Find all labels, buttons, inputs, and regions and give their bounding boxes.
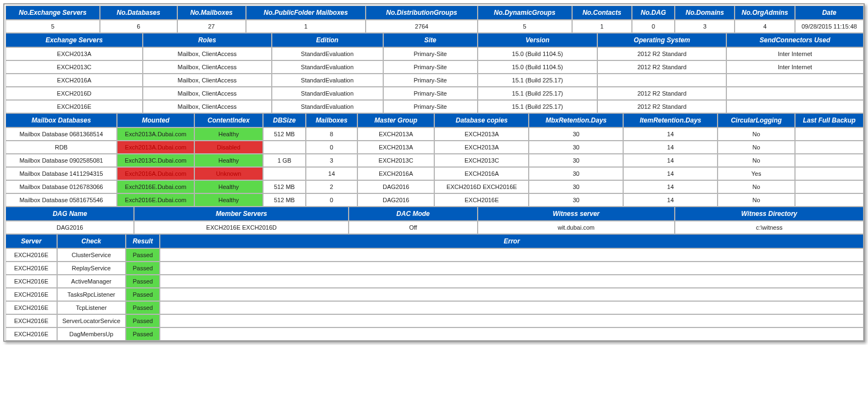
- db-cell-1-9: No: [718, 141, 795, 154]
- db-cell-3-5: EXCH2016A: [357, 167, 435, 180]
- check-error-1: [160, 262, 864, 275]
- check-server-3: EXCH2016E: [5, 288, 57, 301]
- check-row: EXCH2016EActiveManagerPassed: [5, 275, 864, 288]
- db-cell-5-5: DAG2016: [357, 193, 435, 207]
- db-cell-3-8: 14: [623, 167, 718, 180]
- server-cell-3-2: StandardEvaluation: [272, 87, 383, 100]
- check-row: EXCH2016ETcpListenerPassed: [5, 301, 864, 314]
- dag-val-1: EXCH2016E EXCH2016D: [134, 221, 349, 234]
- db-cell-5-8: 14: [623, 193, 718, 207]
- db-cell-3-0: Mailbox Database 1411294315: [5, 167, 117, 180]
- db-col-5: Master Group: [357, 113, 435, 127]
- db-col-10: Last Full Backup: [795, 113, 864, 127]
- db-cell-4-7: 30: [529, 180, 623, 193]
- check-server-1: EXCH2016E: [5, 262, 57, 275]
- check-name-0: ClusterService: [57, 248, 126, 262]
- server-cell-1-1: Mailbox, ClientAccess: [143, 60, 271, 74]
- check-name-3: TasksRpcListener: [57, 288, 126, 301]
- db-cell-4-2: Healthy: [194, 180, 263, 193]
- server-row: EXCH2016DMailbox, ClientAccessStandardEv…: [5, 87, 864, 100]
- db-cell-5-9: No: [718, 193, 795, 207]
- server-cell-3-0: EXCH2016D: [5, 87, 143, 100]
- summary-col-1: No.Databases: [100, 5, 177, 20]
- server-row: EXCH2013CMailbox, ClientAccessStandardEv…: [5, 60, 864, 74]
- server-cell-4-1: Mailbox, ClientAccess: [143, 100, 271, 113]
- servers-col-6: SendConnectors Used: [726, 33, 864, 47]
- summary-col-9: No.OrgAdmins: [735, 5, 794, 20]
- check-result-2: Passed: [126, 275, 160, 288]
- db-cell-4-10: [795, 180, 864, 193]
- db-cell-2-4: 3: [306, 154, 357, 167]
- dag-value-row: DAG2016EXCH2016E EXCH2016DOffwit.dubai.c…: [5, 221, 864, 234]
- db-cell-1-7: 30: [529, 141, 623, 154]
- db-cell-3-3: [263, 167, 306, 180]
- db-row: RDBExch2013A.Dubai.comDisabled0EXCH2013A…: [5, 141, 864, 154]
- server-cell-4-3: Primary-Site: [383, 100, 478, 113]
- check-result-4: Passed: [126, 301, 160, 314]
- check-row: EXCH2016EReplayServicePassed: [5, 262, 864, 275]
- servers-col-4: Version: [478, 33, 598, 47]
- db-cell-0-0: Mailbox Database 0681368514: [5, 127, 117, 141]
- db-cell-1-10: [795, 141, 864, 154]
- db-cell-0-6: EXCH2013A: [434, 127, 529, 141]
- db-cell-3-7: 30: [529, 167, 623, 180]
- db-cell-4-4: 2: [306, 180, 357, 193]
- db-cell-3-6: EXCH2016A: [434, 167, 529, 180]
- servers-col-1: Roles: [143, 33, 271, 47]
- dag-col-4: Witness Directory: [675, 207, 864, 221]
- db-cell-3-4: 14: [306, 167, 357, 180]
- check-error-2: [160, 275, 864, 288]
- dag-val-4: c:\witness: [675, 221, 864, 234]
- check-row: EXCH2016EServerLocatorServicePassed: [5, 314, 864, 327]
- server-cell-1-5: 2012 R2 Standard: [597, 60, 726, 74]
- db-cell-1-3: [263, 141, 306, 154]
- db-cell-5-4: 0: [306, 193, 357, 207]
- summary-col-7: No.DAG: [632, 5, 675, 20]
- server-cell-4-5: 2012 R2 Standard: [597, 100, 726, 113]
- server-row: EXCH2013AMailbox, ClientAccessStandardEv…: [5, 47, 864, 60]
- check-result-5: Passed: [126, 314, 160, 327]
- dag-col-3: Witness server: [478, 207, 675, 221]
- server-cell-2-2: StandardEvaluation: [272, 74, 383, 87]
- check-result-1: Passed: [126, 262, 160, 275]
- check-name-6: DagMembersUp: [57, 327, 126, 341]
- server-cell-1-2: StandardEvaluation: [272, 60, 383, 74]
- check-row: EXCH2016EDagMembersUpPassed: [5, 327, 864, 341]
- databases-table: Mailbox DatabasesMountedContentIndexDBSi…: [5, 113, 864, 207]
- summary-val-3: 1: [246, 20, 366, 33]
- server-cell-3-5: 2012 R2 Standard: [597, 87, 726, 100]
- db-cell-5-6: EXCH2016E: [434, 193, 529, 207]
- server-cell-0-1: Mailbox, ClientAccess: [143, 47, 271, 60]
- summary-col-0: No.Exchange Servers: [5, 5, 100, 20]
- db-cell-2-2: Healthy: [194, 154, 263, 167]
- db-cell-3-9: Yes: [718, 167, 795, 180]
- db-cell-1-2: Disabled: [194, 141, 263, 154]
- summary-val-9: 4: [735, 20, 794, 33]
- server-cell-2-5: [597, 74, 726, 87]
- check-error-4: [160, 301, 864, 314]
- summary-val-5: 5: [478, 20, 572, 33]
- db-cell-0-10: [795, 127, 864, 141]
- db-row: Mailbox Database 0581675546Exch2016E.Dub…: [5, 193, 864, 207]
- db-cell-4-3: 512 MB: [263, 180, 306, 193]
- server-cell-2-0: EXCH2016A: [5, 74, 143, 87]
- db-cell-1-1: Exch2013A.Dubai.com: [117, 141, 194, 154]
- db-cell-2-7: 30: [529, 154, 623, 167]
- server-row: EXCH2016EMailbox, ClientAccessStandardEv…: [5, 100, 864, 113]
- server-cell-0-6: Inter Internet: [726, 47, 864, 60]
- server-cell-2-3: Primary-Site: [383, 74, 478, 87]
- summary-col-5: No.DynamicGroups: [478, 5, 572, 20]
- summary-table: No.Exchange ServersNo.DatabasesNo.Mailbo…: [5, 5, 864, 33]
- db-cell-4-0: Mailbox Database 0126783066: [5, 180, 117, 193]
- summary-col-2: No.Mailboxes: [177, 5, 246, 20]
- server-cell-2-6: [726, 74, 864, 87]
- db-cell-4-1: Exch2016E.Dubai.com: [117, 180, 194, 193]
- dag-header-row: DAG NameMember ServersDAC ModeWitness se…: [5, 207, 864, 221]
- db-cell-2-0: Mailbox Database 0902585081: [5, 154, 117, 167]
- db-row: Mailbox Database 0681368514Exch2013A.Dub…: [5, 127, 864, 141]
- db-cell-0-7: 30: [529, 127, 623, 141]
- server-cell-2-1: Mailbox, ClientAccess: [143, 74, 271, 87]
- db-cell-2-10: [795, 154, 864, 167]
- summary-val-6: 1: [572, 20, 632, 33]
- check-server-5: EXCH2016E: [5, 314, 57, 327]
